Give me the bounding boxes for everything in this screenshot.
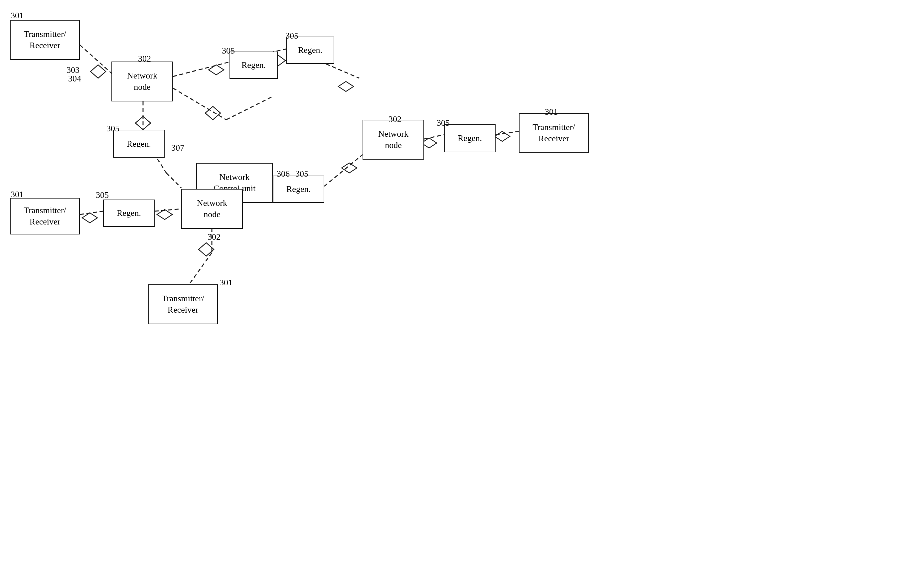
svg-marker-26 [495, 131, 510, 141]
label-301-bottom: 301 [219, 278, 232, 288]
transmitter-receiver-3: Transmitter/Receiver [10, 198, 80, 235]
transmitter-receiver-4: Transmitter/Receiver [148, 284, 218, 324]
svg-line-18 [188, 253, 212, 286]
regen-1: Regen. [230, 52, 278, 79]
label-301-right: 301 [545, 107, 558, 117]
label-305-regen2: 305 [106, 124, 120, 134]
svg-marker-27 [82, 213, 98, 223]
label-301-topleft: 301 [11, 11, 24, 20]
label-305-regen4: 305 [437, 118, 450, 128]
network-node-1: Networknode [112, 62, 173, 101]
svg-line-10 [166, 173, 181, 188]
label-301-bottomleft: 301 [11, 189, 24, 200]
network-node-2: Networknode [363, 120, 424, 159]
transmitter-receiver-1: Transmitter/Receiver [10, 20, 80, 60]
svg-line-14 [155, 209, 181, 211]
svg-marker-19 [90, 65, 106, 78]
regen-4: Regen. [444, 124, 495, 152]
label-302-nn3: 302 [208, 232, 221, 242]
svg-line-11 [424, 135, 444, 139]
label-305-regen5: 305 [96, 190, 109, 200]
label-305-regen1: 305 [222, 46, 235, 56]
network-node-3: Networknode [181, 189, 243, 229]
regen-2: Regen. [113, 130, 165, 158]
label-306: 306 [277, 169, 290, 179]
svg-line-7 [226, 96, 273, 120]
regen-6: Regen. [273, 176, 324, 203]
svg-marker-30 [342, 163, 357, 173]
transmitter-receiver-2: Transmitter/Receiver [519, 113, 589, 153]
svg-marker-24 [338, 82, 353, 91]
label-302-nn1: 302 [138, 54, 151, 64]
regen-5: Regen. [103, 200, 155, 227]
label-302-nn2: 302 [388, 114, 402, 125]
label-304: 304 [68, 74, 81, 84]
label-307: 307 [171, 143, 184, 153]
label-305-regen3: 305 [285, 31, 298, 41]
svg-marker-28 [157, 210, 172, 219]
svg-marker-20 [208, 65, 224, 75]
label-305-regen6: 305 [295, 169, 308, 179]
svg-line-16 [324, 155, 363, 186]
